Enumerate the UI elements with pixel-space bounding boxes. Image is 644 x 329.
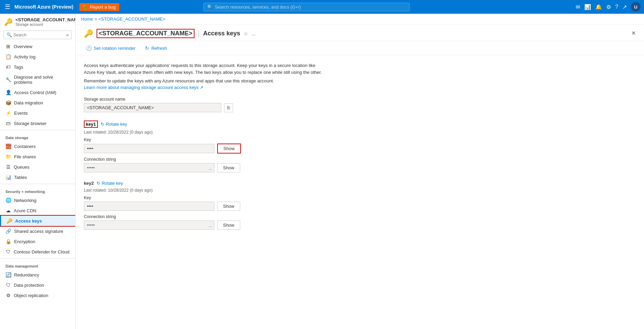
key1-show-button[interactable]: Show xyxy=(217,144,241,154)
sidebar-item-shared-access[interactable]: 🔗 Shared access signature xyxy=(0,226,75,236)
key2-show-button[interactable]: Show xyxy=(217,202,240,211)
page-resource-icon: 🔑 xyxy=(84,29,93,38)
settings-icon[interactable]: ⚙ xyxy=(606,4,611,10)
key1-header: key1 ↻ Rotate key xyxy=(84,121,636,128)
page-header: 🔑 <STORAGE_ACCOUNT_NAME> | Access keys ☆… xyxy=(76,25,644,41)
breadcrumb: Home > <STORAGE_ACCOUNT_NAME> xyxy=(76,14,644,25)
object-replication-icon: ⚙ xyxy=(5,293,11,298)
sidebar-item-events[interactable]: ⚡ Events xyxy=(0,108,75,118)
sidebar-search-icon: 🔍 xyxy=(7,32,12,37)
activity-log-icon: 📋 xyxy=(5,54,11,59)
breadcrumb-sep1: > xyxy=(95,16,97,22)
sidebar-search-input[interactable] xyxy=(13,33,65,37)
set-rotation-label: Set rotation reminder xyxy=(94,46,135,51)
data-storage-section-label: Data storage xyxy=(0,132,75,141)
sidebar-item-label: Contoso Defender for Cloud xyxy=(14,249,69,254)
sidebar-item-label: Overview xyxy=(14,44,32,49)
networking-icon: 🌐 xyxy=(5,197,11,203)
sidebar-item-storage-browser[interactable]: 🗃 Storage browser xyxy=(0,118,75,128)
key2-key-input[interactable] xyxy=(84,202,214,211)
sidebar-item-access-keys[interactable]: 🔑 Access keys xyxy=(0,216,75,226)
sidebar-item-data-migration[interactable]: 📦 Data migration xyxy=(0,98,75,108)
rotate-key1-label: Rotate key xyxy=(106,122,127,127)
key1-label: key1 xyxy=(84,121,98,128)
copy-storage-name-button[interactable]: ⎘ xyxy=(224,103,233,112)
avatar[interactable]: U xyxy=(631,2,641,12)
diagnose-icon: 🔧 xyxy=(5,77,11,82)
sidebar-item-redundancy[interactable]: 🔄 Redundancy xyxy=(0,270,75,280)
sidebar-item-data-protection[interactable]: 🛡 Data protection xyxy=(0,280,75,290)
bug-icon: 🐛 xyxy=(83,4,88,10)
global-search-box[interactable]: 🔍 xyxy=(203,3,410,11)
key1-key-input[interactable] xyxy=(84,144,214,153)
iam-icon: 👤 xyxy=(5,90,11,95)
breadcrumb-home[interactable]: Home xyxy=(81,16,93,22)
rotate-key2-button[interactable]: ↻ Rotate key xyxy=(97,181,123,186)
key2-last-rotated: Last rotated: 10/28/2022 (0 days ago) xyxy=(84,188,636,193)
key2-connection-wrap: ... xyxy=(84,220,214,230)
sidebar-item-label: Tables xyxy=(14,175,27,180)
search-icon: 🔍 xyxy=(207,4,213,10)
sidebar-item-overview[interactable]: ⊞ Overview xyxy=(0,41,75,52)
sidebar-item-networking[interactable]: 🌐 Networking xyxy=(0,195,75,205)
topbar: ☰ Microsoft Azure (Preview) 🐛 Report a b… xyxy=(0,0,644,14)
key1-connection-wrap: ... xyxy=(84,163,214,172)
cloud-shell-icon[interactable]: 📊 xyxy=(584,4,591,10)
sidebar-item-azure-cdn[interactable]: ☁ Azure CDN xyxy=(0,205,75,216)
global-search-input[interactable] xyxy=(215,4,406,10)
set-rotation-reminder-button[interactable]: 🕐 Set rotation reminder xyxy=(84,44,137,52)
favorite-star-icon[interactable]: ☆ xyxy=(244,31,248,36)
sidebar-item-label: File shares xyxy=(14,154,36,159)
toolbar: 🕐 Set rotation reminder ↻ Refresh xyxy=(76,41,644,55)
main-content: Access keys authenticate your applicatio… xyxy=(76,55,644,329)
sidebar-item-label: Containers xyxy=(14,144,36,149)
more-options-icon[interactable]: ... xyxy=(252,31,256,36)
help-icon[interactable]: ? xyxy=(615,4,618,10)
sidebar-item-defender[interactable]: 🛡 Contoso Defender for Cloud xyxy=(0,247,75,257)
divider-security xyxy=(0,184,75,184)
key1-connection-label: Connection string xyxy=(84,157,636,162)
sidebar-item-activity-log[interactable]: 📋 Activity log xyxy=(0,52,75,62)
sidebar-item-label: Tags xyxy=(14,65,23,70)
email-icon[interactable]: ✉ xyxy=(576,4,580,10)
close-icon[interactable]: ✕ xyxy=(631,30,636,36)
sidebar-item-encryption[interactable]: 🔒 Encryption xyxy=(0,236,75,247)
key1-connection-show-button[interactable]: Show xyxy=(217,163,240,172)
sidebar-collapse-icon[interactable]: « xyxy=(66,32,69,37)
sidebar-item-containers[interactable]: 🧱 Containers xyxy=(0,141,75,151)
rotate-key1-button[interactable]: ↻ Rotate key xyxy=(101,122,127,127)
breadcrumb-account[interactable]: <STORAGE_ACCOUNT_NAME> xyxy=(98,16,165,22)
security-section-label: Security + networking xyxy=(0,185,75,195)
refresh-button[interactable]: ↻ Refresh xyxy=(143,44,169,52)
key2-connection-input[interactable] xyxy=(84,220,214,230)
notifications-icon[interactable]: 🔔 xyxy=(595,4,602,10)
sidebar-item-tables[interactable]: 📊 Tables xyxy=(0,172,75,182)
tags-icon: 🏷 xyxy=(5,64,11,70)
key2-header: key2 ↻ Rotate key xyxy=(84,181,636,186)
key2-connection-show-button[interactable]: Show xyxy=(217,220,240,230)
feedback-icon[interactable]: ↗ xyxy=(622,4,627,10)
sidebar-item-diagnose[interactable]: 🔧 Diagnose and solve problems xyxy=(0,72,75,87)
queues-icon: ☰ xyxy=(5,164,11,170)
learn-more-link[interactable]: Learn more about managing storage accoun… xyxy=(84,85,203,90)
sidebar-item-file-shares[interactable]: 📁 File shares xyxy=(0,151,75,162)
storage-account-name-input[interactable] xyxy=(84,103,221,112)
hamburger-icon[interactable]: ☰ xyxy=(3,2,12,12)
key2-key-label: Key xyxy=(84,195,636,200)
key1-connection-input[interactable] xyxy=(84,163,214,172)
key2-label: key2 xyxy=(84,181,94,186)
key2-connection-label: Connection string xyxy=(84,214,636,219)
sidebar-search-box[interactable]: 🔍 « xyxy=(3,31,72,39)
defender-icon: 🛡 xyxy=(5,249,11,254)
sidebar-item-label: Shared access signature xyxy=(14,229,63,234)
page-resource-name: <STORAGE_ACCOUNT_NAME> xyxy=(97,29,195,38)
shared-access-icon: 🔗 xyxy=(5,228,11,234)
sidebar-item-access-control[interactable]: 👤 Access Control (IAM) xyxy=(0,87,75,98)
report-bug-button[interactable]: 🐛 Report a bug xyxy=(79,3,119,11)
sidebar-item-queues[interactable]: ☰ Queues xyxy=(0,162,75,172)
sidebar-item-object-replication[interactable]: ⚙ Object replication xyxy=(0,290,75,300)
sidebar-item-tags[interactable]: 🏷 Tags xyxy=(0,62,75,72)
rotation-reminder-icon: 🕐 xyxy=(86,45,92,51)
report-bug-label: Report a bug xyxy=(90,4,115,10)
sidebar-item-label: Redundancy xyxy=(14,272,39,277)
